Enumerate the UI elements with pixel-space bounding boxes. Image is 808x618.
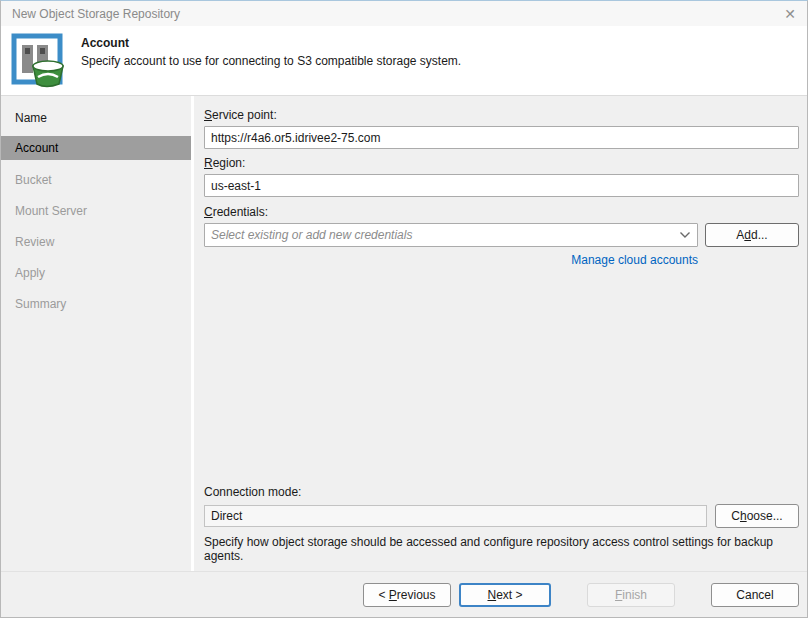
sidebar-item-apply: Apply [1,257,191,288]
title-bar: New Object Storage Repository ✕ [1,1,807,26]
manage-cloud-accounts-link[interactable]: Manage cloud accounts [571,253,698,267]
choose-connection-mode-button[interactable]: Choose... [715,504,799,528]
new-object-storage-repository-dialog: New Object Storage Repository ✕ Account [0,0,808,618]
manage-row: Manage cloud accounts [204,247,799,267]
service-point-label: Service point: [204,108,799,122]
credentials-row: Select existing or add new credentials A… [204,223,799,247]
wizard-header: Account Specify account to use for conne… [1,26,807,96]
page-subtitle: Specify account to use for connecting to… [81,54,461,68]
add-credentials-button[interactable]: Add... [705,223,799,247]
close-button[interactable]: ✕ [773,1,807,26]
chevron-down-icon [679,231,691,239]
object-storage-repository-icon [11,33,67,89]
service-point-input[interactable] [204,126,799,149]
connection-mode-description: Specify how object storage should be acc… [204,528,799,571]
sidebar-item-account[interactable]: Account [1,136,191,160]
spacer [204,267,799,485]
sidebar-item-bucket: Bucket [1,164,191,195]
wizard-footer: < Previous Next > Finish Cancel [1,571,807,617]
sidebar-item-mount-server: Mount Server [1,195,191,226]
account-step-form: Service point: Region: Credentials: Sele… [194,96,807,571]
wizard-body: Name Account Bucket Mount Server Review … [1,96,807,571]
sidebar-item-summary: Summary [1,288,191,319]
window-title: New Object Storage Repository [12,7,773,21]
credentials-label: Credentials: [204,205,799,219]
finish-button: Finish [587,583,675,607]
sidebar-item-name[interactable]: Name [1,102,191,133]
connection-mode-value [204,505,707,527]
next-button[interactable]: Next > [459,583,551,607]
connection-mode-label: Connection mode: [204,485,799,499]
previous-button[interactable]: < Previous [363,583,451,607]
region-input[interactable] [204,174,799,197]
cancel-button[interactable]: Cancel [711,583,799,607]
credentials-placeholder: Select existing or add new credentials [211,228,679,242]
page-title: Account [81,36,461,50]
header-text: Account Specify account to use for conne… [81,33,461,68]
credentials-combobox[interactable]: Select existing or add new credentials [204,223,698,247]
sidebar-item-review: Review [1,226,191,257]
wizard-steps-sidebar: Name Account Bucket Mount Server Review … [1,96,194,571]
connection-mode-row: Choose... [204,504,799,528]
region-label: Region: [204,156,799,170]
close-icon: ✕ [784,6,796,22]
